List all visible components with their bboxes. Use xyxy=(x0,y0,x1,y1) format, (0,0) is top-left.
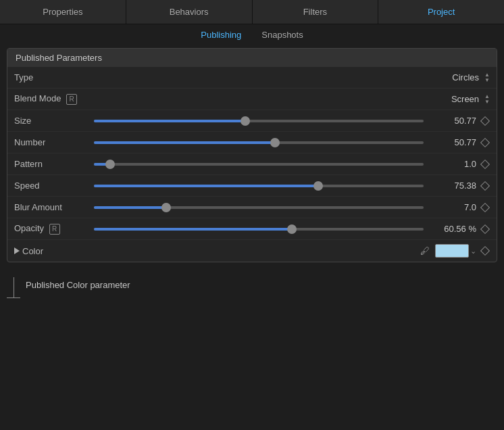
size-track xyxy=(94,120,424,122)
pattern-keyframe[interactable] xyxy=(480,160,490,169)
speed-fill xyxy=(94,185,318,187)
blend-value-text: Screen xyxy=(451,94,479,104)
label-color: Color xyxy=(22,246,97,256)
blend-stepper[interactable]: ▲ ▼ xyxy=(484,94,490,105)
row-pattern: Pattern 1.0 xyxy=(7,153,497,175)
opacity-keyframe[interactable] xyxy=(480,224,490,234)
pattern-track xyxy=(94,163,424,166)
row-speed: Speed 75.38 xyxy=(7,175,497,197)
size-keyframe[interactable] xyxy=(480,116,490,126)
speed-slider[interactable] xyxy=(89,185,429,187)
color-swatch[interactable] xyxy=(435,244,469,258)
type-value-container: Circles ▲ ▼ xyxy=(452,72,490,83)
label-pattern: Pattern xyxy=(14,159,89,169)
size-slider[interactable] xyxy=(89,120,429,122)
annotation-area: Published Color parameter xyxy=(0,269,504,302)
subtab-publishing[interactable]: Publishing xyxy=(201,30,241,40)
tab-properties[interactable]: Properties xyxy=(0,0,126,24)
tab-filters[interactable]: Filters xyxy=(253,0,379,24)
speed-thumb[interactable] xyxy=(313,181,323,191)
row-size: Size 50.77 xyxy=(7,110,497,132)
pattern-slider[interactable] xyxy=(89,163,429,166)
blend-value-container: Screen ▲ ▼ xyxy=(451,94,490,105)
row-blur-amount: Blur Amount 7.0 xyxy=(7,197,497,218)
color-expand-arrow[interactable] xyxy=(14,247,20,254)
blur-slider[interactable] xyxy=(89,206,429,209)
number-value: 50.77 xyxy=(429,137,476,147)
published-parameters-panel: Published Parameters Type Circles ▲ ▼ Bl… xyxy=(7,48,497,262)
opacity-thumb[interactable] xyxy=(287,224,297,234)
blur-track xyxy=(94,206,424,209)
row-blend-mode: Blend Mode R Screen ▲ ▼ xyxy=(7,89,497,110)
label-speed: Speed xyxy=(14,181,89,191)
top-tabs-bar: Properties Behaviors Filters Project xyxy=(0,0,504,24)
blur-value: 7.0 xyxy=(429,202,476,212)
size-thumb[interactable] xyxy=(241,116,250,126)
speed-keyframe[interactable] xyxy=(480,181,490,191)
opacity-fill xyxy=(94,228,292,231)
annotation-lines xyxy=(7,277,20,298)
label-number: Number xyxy=(14,137,89,147)
opacity-track xyxy=(94,228,424,231)
row-opacity: Opacity R 60.56 % xyxy=(7,218,497,240)
speed-value: 75.38 xyxy=(429,181,476,191)
sub-tabs-bar: Publishing Snapshots xyxy=(0,24,504,45)
type-value-text: Circles xyxy=(452,72,479,82)
subtab-snapshots[interactable]: Snapshots xyxy=(261,30,303,40)
row-color: Color 🖋 ⌄ xyxy=(7,240,497,262)
blur-fill xyxy=(94,206,166,209)
number-slider[interactable] xyxy=(89,141,429,144)
label-type: Type xyxy=(14,72,89,82)
eyedropper-icon[interactable]: 🖋 xyxy=(420,245,430,256)
blend-stepper-down: ▼ xyxy=(484,99,490,105)
r-badge-blend: R xyxy=(66,94,77,105)
tab-project[interactable]: Project xyxy=(378,0,504,24)
color-keyframe[interactable] xyxy=(480,246,490,256)
label-opacity: Opacity R xyxy=(14,223,89,235)
label-blend-mode: Blend Mode R xyxy=(14,93,89,105)
blur-thumb[interactable] xyxy=(161,203,171,212)
blur-keyframe[interactable] xyxy=(480,203,490,212)
stepper-down: ▼ xyxy=(484,78,490,83)
section-header: Published Parameters xyxy=(7,49,497,67)
opacity-slider[interactable] xyxy=(89,228,429,231)
number-thumb[interactable] xyxy=(270,138,280,147)
tab-behaviors[interactable]: Behaviors xyxy=(126,0,253,24)
annotation-text: Published Color parameter xyxy=(26,277,130,290)
number-track xyxy=(94,141,424,144)
color-dropdown-arrow[interactable]: ⌄ xyxy=(470,247,476,256)
opacity-value: 60.56 % xyxy=(429,224,476,234)
number-fill xyxy=(94,141,275,144)
size-fill xyxy=(94,120,245,122)
number-keyframe[interactable] xyxy=(480,138,490,147)
row-number: Number 50.77 xyxy=(7,132,497,153)
label-size: Size xyxy=(14,116,89,126)
type-stepper[interactable]: ▲ ▼ xyxy=(484,72,490,83)
r-badge-opacity: R xyxy=(49,224,60,235)
pattern-thumb[interactable] xyxy=(105,160,115,169)
label-blur-amount: Blur Amount xyxy=(14,202,89,212)
annotation-vertical-line xyxy=(14,277,14,297)
pattern-value: 1.0 xyxy=(429,159,476,169)
speed-track xyxy=(94,185,424,187)
row-type: Type Circles ▲ ▼ xyxy=(7,67,497,89)
size-value: 50.77 xyxy=(429,116,476,126)
annotation-horizontal-line xyxy=(7,297,20,298)
